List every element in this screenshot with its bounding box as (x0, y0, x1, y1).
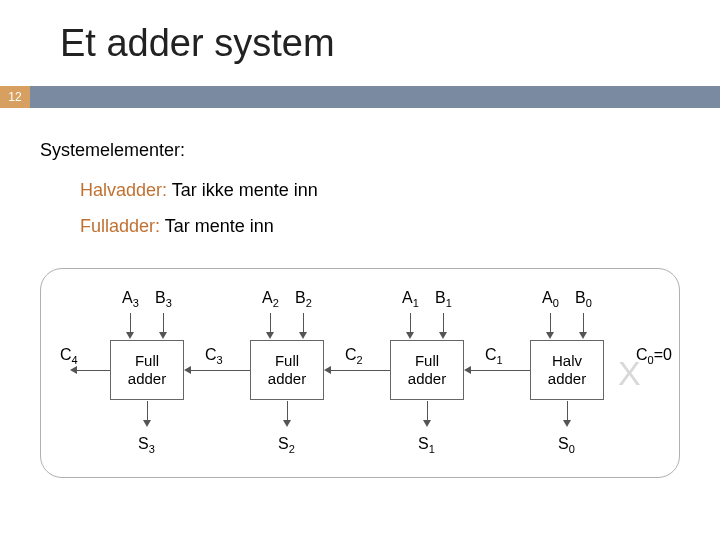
carry-label-C3: C3 (205, 346, 223, 366)
adder-box-2: Fulladder (250, 340, 324, 400)
arrow-down-icon (562, 401, 572, 427)
input-label-B0: B0 (575, 289, 592, 309)
bullet-term: Halvadder: (80, 180, 167, 200)
output-label-S2: S2 (278, 435, 295, 455)
arrow-down-icon (438, 313, 448, 339)
arrow-down-icon (578, 313, 588, 339)
input-label-B2: B2 (295, 289, 312, 309)
carry-label-C4: C4 (60, 346, 78, 366)
bullet-desc: Tar ikke mente inn (167, 180, 318, 200)
input-label-B1: B1 (435, 289, 452, 309)
bullet-halvadder: Halvadder: Tar ikke mente inn (80, 180, 318, 201)
arrow-down-icon (158, 313, 168, 339)
cin-label: C0=0 (636, 346, 672, 366)
adder-box-1: Fulladder (390, 340, 464, 400)
arrow-down-icon (265, 313, 275, 339)
adder-box-0: Halvadder (530, 340, 604, 400)
output-label-S0: S0 (558, 435, 575, 455)
arrow-down-icon (298, 313, 308, 339)
carry-label-C2: C2 (345, 346, 363, 366)
bullet-term: Fulladder: (80, 216, 160, 236)
input-label-A2: A2 (262, 289, 279, 309)
arrow-down-icon (422, 401, 432, 427)
arrow-down-icon (545, 313, 555, 339)
carry-label-C1: C1 (485, 346, 503, 366)
input-label-A1: A1 (402, 289, 419, 309)
adder-box-3: Fulladder (110, 340, 184, 400)
bullet-desc: Tar mente inn (160, 216, 274, 236)
arrow-down-icon (282, 401, 292, 427)
input-label-B3: B3 (155, 289, 172, 309)
page-ribbon: 12 (0, 86, 720, 108)
page-number-badge: 12 (0, 86, 30, 108)
section-heading: Systemelementer: (40, 140, 185, 161)
arrow-down-icon (125, 313, 135, 339)
input-label-A3: A3 (122, 289, 139, 309)
arrow-down-icon (142, 401, 152, 427)
ribbon-bar (30, 86, 720, 108)
bullet-fulladder: Fulladder: Tar mente inn (80, 216, 274, 237)
page-title: Et adder system (60, 22, 335, 65)
output-label-S3: S3 (138, 435, 155, 455)
input-label-A0: A0 (542, 289, 559, 309)
arrow-down-icon (405, 313, 415, 339)
output-label-S1: S1 (418, 435, 435, 455)
